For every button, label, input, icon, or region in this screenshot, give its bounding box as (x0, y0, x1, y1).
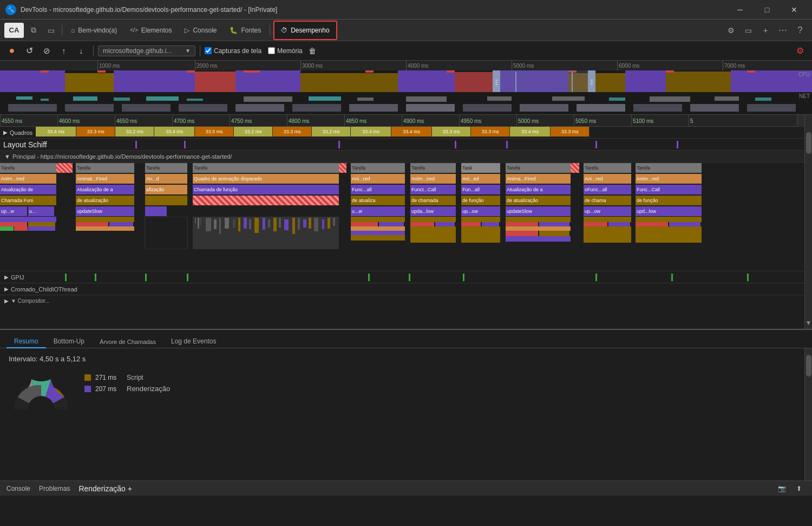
sub-block-7[interactable]: de função (461, 196, 500, 205)
task-block[interactable]: Tarefa (506, 163, 571, 173)
slow-block-2[interactable]: u... (28, 206, 54, 216)
tab-icon-btn-1[interactable]: ⧉ (26, 23, 41, 38)
sub-block-4[interactable] (193, 196, 339, 205)
frame-cell[interactable]: 33.3 ms (432, 127, 471, 137)
tab-console[interactable]: ▷ Console (179, 21, 222, 40)
frame-cell[interactable]: 33.4 ms (36, 127, 76, 137)
console-status-label[interactable]: Console (6, 485, 30, 492)
anim-block-5[interactable]: Ani...red (351, 174, 405, 184)
tab-arvore[interactable]: Árvore de Chamadas (92, 336, 163, 348)
anim-block-2[interactable]: Animat...Fired (76, 174, 134, 184)
anim-block-8[interactable]: Anima...Fired (506, 174, 571, 184)
screenshot-status-btn[interactable]: 📷 (775, 482, 788, 495)
task-block[interactable]: Tarefa (351, 163, 405, 173)
frame-cell[interactable]: 33.2 ms (234, 127, 273, 137)
update-block-9[interactable]: oFunc...all (584, 185, 631, 194)
bottom-scrollbar-thumb[interactable] (806, 355, 811, 376)
update-block-3[interactable]: afização (145, 185, 187, 194)
new-tab-btn[interactable]: + (758, 23, 773, 38)
thread-header[interactable]: ▼ Principal - https://microsoftedge.gith… (0, 151, 812, 163)
sub-block-5[interactable]: de atualiza (351, 196, 405, 205)
slow-block-7[interactable]: up...ow (461, 206, 500, 216)
settings-gear-button[interactable]: ⚙ (793, 43, 808, 59)
screenshots-check-input[interactable] (205, 47, 212, 54)
update-block-4[interactable]: Chamada de função (193, 185, 339, 194)
task-block-task[interactable]: Task (461, 163, 500, 173)
sub-block-8[interactable]: de atualização (506, 196, 571, 205)
compositor-expand-icon[interactable]: ▶ (4, 298, 9, 304)
frame-cell[interactable]: 33.4 ms (351, 127, 391, 137)
task-block[interactable]: Tarefa (0, 163, 56, 173)
frame-cell[interactable]: 33.3 ms (551, 127, 590, 137)
tab-menu-btn[interactable]: ▭ (741, 23, 756, 38)
timeline-scrollbar-v[interactable]: ▼ (804, 115, 812, 329)
frame-cell[interactable]: 33.3 ms (273, 127, 312, 137)
sub-block-6[interactable]: de chamada (410, 196, 456, 205)
gpij-expand-icon[interactable]: ▶ (4, 274, 9, 280)
task-block[interactable]: Tarefa (636, 163, 702, 173)
tab-icon-btn-2[interactable]: ▭ (43, 23, 58, 38)
update-block-8[interactable]: Atualização de a (506, 185, 571, 194)
sub-block-1[interactable]: Chamada Funi (0, 196, 56, 205)
sub-block-3[interactable] (145, 196, 187, 205)
tab-bem-vindo[interactable]: ⌂ Bem-vindo(a) (66, 21, 122, 40)
update-block-6[interactable]: Funct...Call (410, 185, 456, 194)
tab-resumo[interactable]: Resumo (6, 335, 46, 348)
anim-block-9[interactable]: Ani...red (584, 174, 631, 184)
anim-block-4[interactable]: Quadro de animação disparado (193, 174, 339, 184)
task-block[interactable]: Tarefa (193, 163, 339, 173)
anim-block-7[interactable]: Ani...ed (461, 174, 500, 184)
bottom-scrollbar[interactable] (804, 348, 812, 480)
close-button[interactable]: ✕ (782, 0, 807, 20)
update-block-2[interactable]: Atualização de a (76, 185, 134, 194)
memory-checkbox[interactable]: Memória (268, 47, 303, 55)
task-block[interactable]: Tarefa (410, 163, 456, 173)
slow-block-1[interactable]: up...w (0, 206, 27, 216)
trash-button[interactable]: 🗑 (305, 43, 320, 59)
upload-button[interactable]: ↑ (56, 43, 71, 59)
frame-cell[interactable]: 33.5 ms (195, 127, 234, 137)
anim-block-1[interactable]: Anim...ired (0, 174, 56, 184)
slow-block-8[interactable]: updateSlow (506, 206, 571, 216)
settings-icon-btn[interactable]: ⚙ (723, 23, 738, 38)
slow-block-10[interactable]: upd...low (636, 206, 702, 216)
more-tabs-btn[interactable]: ⋯ (775, 23, 790, 38)
io-expand-icon[interactable]: ▶ (4, 286, 9, 292)
thread-expand-icon[interactable]: ▼ (4, 153, 10, 160)
rendering-status-label[interactable]: Renderização + (78, 484, 132, 493)
task-block[interactable]: Tarefa (145, 163, 187, 173)
tab-elementos[interactable]: </> Elementos (125, 21, 177, 40)
frame-cell[interactable]: 33.3 ms (76, 127, 115, 137)
slow-block-3[interactable]: updateSlow (76, 206, 134, 216)
minimize-button[interactable]: ─ (728, 0, 752, 20)
frame-cell[interactable]: 33.2 ms (115, 127, 154, 137)
anim-block-3[interactable]: An...d (145, 174, 187, 184)
frame-cell[interactable]: 33.2 ms (312, 127, 351, 137)
slow-block-9[interactable]: up...ow (584, 206, 631, 216)
tab-desempenho[interactable]: ⏱ Desempenho (273, 21, 337, 40)
tab-bottom-up[interactable]: Bottom-Up (46, 335, 92, 348)
maximize-button[interactable]: □ (755, 0, 780, 20)
anim-block-6[interactable]: Anim...ired (410, 174, 456, 184)
task-block[interactable]: Tarefa (584, 163, 631, 173)
frame-cell[interactable]: 33.4 ms (154, 127, 195, 137)
frame-cell[interactable]: 33.4 ms (510, 127, 551, 137)
task-block[interactable]: Tarefa (76, 163, 134, 173)
memory-check-input[interactable] (268, 47, 275, 54)
timeline-scrollbar-thumb[interactable] (806, 132, 811, 154)
reload-button[interactable]: ↺ (22, 43, 37, 59)
screenshots-checkbox[interactable]: Capturas de tela (205, 47, 261, 55)
url-dropdown-icon[interactable]: ▼ (185, 48, 191, 54)
record-button[interactable]: ● (4, 43, 19, 59)
sub-block-10[interactable]: de função (636, 196, 702, 205)
slow-block-4[interactable] (145, 206, 167, 216)
frames-expand-icon[interactable]: ▶ (3, 129, 8, 135)
update-block-7[interactable]: Fun...all (461, 185, 500, 194)
problems-status-label[interactable]: Problemas (39, 485, 70, 492)
frame-cell[interactable]: 33.3 ms (471, 127, 510, 137)
update-block-10[interactable]: Func...Call (636, 185, 702, 194)
help-btn[interactable]: ? (793, 23, 808, 38)
tab-log[interactable]: Log de Eventos (163, 335, 224, 348)
tab-fontes[interactable]: 🐛 Fontes (224, 21, 266, 40)
export-status-btn[interactable]: ⬆ (793, 482, 806, 495)
